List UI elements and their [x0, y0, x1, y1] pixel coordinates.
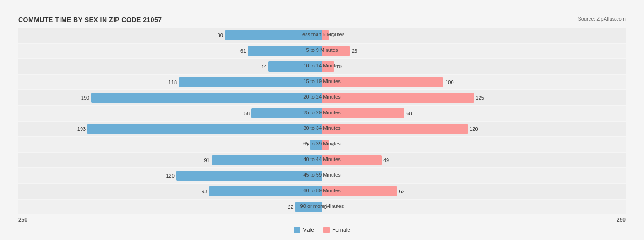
female-value-label: 100	[445, 79, 455, 85]
bar-row: 80Less than 5 Minutes6	[18, 28, 626, 43]
female-bar	[322, 108, 404, 118]
female-value-label: 23	[352, 48, 362, 54]
bar-row: 9140 to 44 Minutes49	[18, 153, 626, 167]
source-text: Source: ZipAtlas.com	[578, 16, 626, 22]
male-value-label: 44	[257, 64, 267, 69]
male-bar	[91, 93, 322, 103]
male-value-label: 61	[236, 48, 246, 54]
male-value-label: 120	[164, 173, 175, 179]
female-value-label: 62	[399, 189, 409, 194]
bar-row: 19020 to 24 Minutes125	[18, 90, 626, 105]
male-bar	[179, 77, 322, 87]
bar-row: 2290 or more Minutes0	[18, 200, 626, 214]
right-section: 62	[322, 184, 626, 199]
bar-row: 4410 to 14 Minutes10	[18, 59, 626, 74]
left-section: 10	[18, 137, 322, 152]
right-section: 100	[322, 75, 626, 89]
legend-female: Female	[323, 227, 350, 233]
left-section: 91	[18, 153, 322, 167]
female-bar	[322, 124, 468, 134]
female-value-label: 6	[331, 33, 341, 38]
male-bar	[209, 186, 322, 196]
male-bar	[225, 30, 322, 40]
female-value-label: 68	[406, 111, 416, 116]
male-bar	[212, 155, 322, 165]
legend-female-label: Female	[332, 227, 350, 233]
left-section: 58	[18, 106, 322, 121]
right-section: 125	[322, 90, 626, 105]
male-value-label: 58	[240, 111, 250, 116]
bar-row: 9360 to 89 Minutes62	[18, 184, 626, 199]
bar-row: 615 to 9 Minutes23	[18, 44, 626, 58]
bar-row: 19330 to 34 Minutes120	[18, 122, 626, 136]
female-bar	[322, 186, 397, 196]
female-bar	[322, 30, 329, 40]
x-axis: 250 250	[18, 217, 626, 223]
bar-row: 1035 to 39 Minutes6	[18, 137, 626, 152]
female-value-label: 0	[324, 204, 334, 210]
left-section: 120	[18, 168, 322, 183]
right-section: 0	[322, 200, 626, 214]
bar-row: 5825 to 29 Minutes68	[18, 106, 626, 121]
female-bar	[322, 93, 474, 103]
legend-male-label: Male	[302, 227, 314, 233]
left-section: 44	[18, 59, 322, 74]
right-section: 6	[322, 28, 626, 43]
male-value-label: 10	[298, 142, 308, 147]
chart-area: 80Less than 5 Minutes6615 to 9 Minutes23…	[18, 28, 626, 214]
male-bar	[268, 61, 322, 72]
legend-male: Male	[294, 227, 314, 233]
x-axis-left-label: 250	[18, 217, 27, 223]
bar-row: 11815 to 19 Minutes100	[18, 75, 626, 89]
female-bar	[322, 155, 382, 165]
right-section: 120	[322, 122, 626, 136]
male-bar	[295, 202, 322, 212]
left-section: 80	[18, 28, 322, 43]
male-bar	[248, 46, 322, 56]
male-bar	[87, 124, 322, 134]
left-section: 61	[18, 44, 322, 58]
female-value-label: 10	[336, 64, 346, 69]
right-section: 23	[322, 44, 626, 58]
male-bar	[251, 108, 322, 118]
male-value-label: 190	[79, 95, 89, 100]
female-bar	[322, 61, 334, 72]
female-value-label: 6	[331, 142, 341, 147]
female-value-label: 120	[469, 126, 480, 132]
female-value-label: 49	[383, 157, 393, 163]
right-section: 49	[322, 153, 626, 167]
left-section: 190	[18, 90, 322, 105]
legend: Male Female	[18, 227, 626, 233]
left-section: 93	[18, 184, 322, 199]
left-section: 118	[18, 75, 322, 89]
male-value-label: 91	[200, 157, 210, 163]
x-axis-right-label: 250	[617, 217, 626, 223]
male-value-label: 93	[197, 189, 207, 194]
female-bar	[322, 77, 443, 87]
male-value-label: 193	[76, 126, 86, 132]
female-bar	[322, 140, 329, 150]
chart-container: COMMUTE TIME BY SEX IN ZIP CODE 21057 So…	[9, 9, 635, 240]
male-bar	[176, 171, 322, 181]
male-value-label: 22	[284, 204, 294, 210]
chart-title: COMMUTE TIME BY SEX IN ZIP CODE 21057	[18, 16, 626, 23]
male-value-label: 118	[167, 79, 177, 85]
right-section: 68	[322, 106, 626, 121]
female-value-label: 125	[476, 95, 486, 100]
right-section	[322, 168, 626, 183]
right-section: 10	[322, 59, 626, 74]
left-section: 193	[18, 122, 322, 136]
male-bar	[310, 140, 322, 150]
legend-female-box	[323, 227, 330, 233]
bar-row: 12045 to 59 Minutes	[18, 168, 626, 183]
left-section: 22	[18, 200, 322, 214]
right-section: 6	[322, 137, 626, 152]
legend-male-box	[294, 227, 300, 233]
male-value-label: 80	[213, 33, 223, 38]
female-bar	[322, 46, 350, 56]
